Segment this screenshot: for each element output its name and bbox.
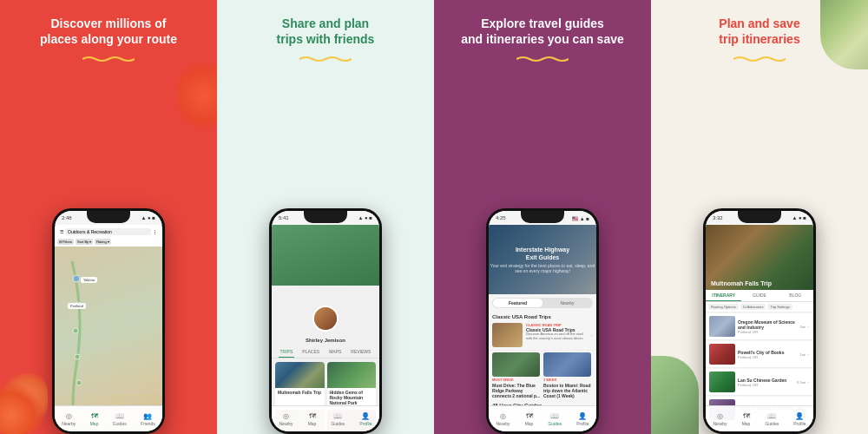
- nav-nearby[interactable]: ◎ Nearby: [62, 412, 76, 426]
- sort-btn[interactable]: Sort By ▾: [76, 239, 93, 245]
- phone-1-container: 2:48 ▲ ● ■ ☰ Outdoors & Recreation ⋮ ⊟ F…: [0, 66, 217, 434]
- nav-friends[interactable]: 👥 Friends: [141, 412, 155, 426]
- phone-3-container: 4:25 🇺🇸 ▲ ■ Interstate Highway Exit Guid…: [434, 66, 651, 434]
- nearby-icon-3: ◎: [500, 412, 506, 420]
- panel-4-top-deco-shape: [820, 0, 868, 69]
- nav2-profile[interactable]: 👤 Profile: [359, 412, 372, 426]
- toggle-nearby[interactable]: Nearby: [542, 299, 592, 307]
- collaborators-btn[interactable]: Collaborators: [740, 304, 766, 310]
- panel-plan: Plan and save trip itineraries 3:32 ▲ ● …: [651, 0, 868, 434]
- phone-2-notch: [304, 211, 347, 223]
- nav3-nearby[interactable]: ◎ Nearby: [496, 412, 510, 426]
- panel-explore: Explore travel guides and itineraries yo…: [434, 0, 651, 434]
- phone-4-container: 3:32 ▲ ● ■ Multnomah Falls Trip ITINERAR…: [651, 66, 868, 434]
- guide-section-1-title: Classic USA Road Trips: [489, 312, 596, 320]
- toggle-featured[interactable]: Featured: [493, 299, 542, 307]
- itinerary-item-2-img: [709, 372, 735, 392]
- routing-options-btn[interactable]: Routing Options: [708, 304, 739, 310]
- guide-item-2[interactable]: 1 WEEK Boston to Miami: Road trip down t…: [543, 352, 593, 398]
- trip-settings-btn[interactable]: Trip Settings: [767, 304, 792, 310]
- nav4-guides[interactable]: 📖 Guides: [765, 412, 779, 426]
- panel-discover: Discover millions of places along your r…: [0, 0, 217, 434]
- nav-map[interactable]: 🗺 Map: [90, 412, 99, 426]
- nav-friends-label: Friends: [141, 421, 155, 426]
- guide-item-2-img: [543, 352, 591, 377]
- panel-4-top-deco: [820, 0, 868, 69]
- trip-card-1-label: Hidden Gems of Rocky Mountain National P…: [327, 388, 377, 407]
- itinerary-hero-overlay: Multnomah Falls Trip: [706, 225, 813, 290]
- guides-hero-sub: Your exit strategy for the best places t…: [489, 263, 596, 273]
- tab-maps[interactable]: MAPS: [327, 346, 343, 358]
- phone-4-time: 3:32: [713, 215, 723, 220]
- tab-itinerary[interactable]: ITINERARY: [706, 290, 741, 301]
- panel-1-title: Discover millions of places along your r…: [40, 16, 177, 47]
- itinerary-item-0[interactable]: Oregon Museum of Science and Industry Po…: [706, 313, 813, 340]
- tab-blog[interactable]: BLOG: [778, 290, 813, 301]
- nav2-guides[interactable]: 📖 Guides: [331, 412, 345, 426]
- panel-3-title: Explore travel guides and itineraries yo…: [461, 16, 624, 47]
- phone-2-container: 5:41 ▲ ● ■ Shirley Jemison TRIPS: [217, 66, 434, 434]
- tab-guide[interactable]: GUIDE: [741, 290, 777, 301]
- phone-1-icons: ▲ ● ■: [141, 215, 155, 220]
- guide-item-2-title: Boston to Miami: Road trip down the Atla…: [543, 383, 593, 398]
- tab-places[interactable]: PLACES: [300, 346, 321, 358]
- itinerary-screen: Multnomah Falls Trip ITINERARY GUIDE BLO…: [706, 225, 813, 431]
- rating-btn[interactable]: Rating ▾: [95, 239, 111, 245]
- guides-hero-overlay: Interstate Highway Exit Guides Your exit…: [489, 225, 596, 294]
- itinerary-item-1[interactable]: Powell's City of Books Portland, OR 1mi …: [706, 341, 813, 368]
- itinerary-item-2[interactable]: Lan Su Chinese Garden Portland, OR 0.5mi…: [706, 369, 813, 396]
- guide-item-2-content: 1 WEEK Boston to Miami: Road trip down t…: [543, 352, 593, 398]
- nav4-map[interactable]: 🗺 Map: [742, 412, 751, 426]
- itinerary-hero: Multnomah Falls Trip: [706, 225, 813, 290]
- nav4-profile[interactable]: 👤 Profile: [793, 412, 806, 426]
- guides-screen: Interstate Highway Exit Guides Your exit…: [489, 225, 596, 431]
- nav2-nearby[interactable]: ◎ Nearby: [279, 412, 293, 426]
- map-filter-bar: ⊟ Filters Sort By ▾ Rating ▾: [55, 239, 162, 245]
- chevron-right-icon-0: ›: [590, 332, 593, 339]
- nav2-map[interactable]: 🗺 Map: [308, 412, 317, 426]
- phone-3-nav: ◎ Nearby 🗺 Map 📖 Guides 👤 Profile: [489, 405, 596, 431]
- profile-bg: [272, 225, 379, 286]
- nav-guides[interactable]: 📖 Guides: [113, 412, 127, 426]
- phone-1-time: 2:48: [62, 215, 72, 220]
- nav3-map[interactable]: 🗺 Map: [525, 412, 534, 426]
- nav4-nearby[interactable]: ◎ Nearby: [713, 412, 727, 426]
- phone-4: 3:32 ▲ ● ■ Multnomah Falls Trip ITINERAR…: [703, 208, 816, 434]
- nav2-map-label: Map: [308, 421, 317, 426]
- tab-trips[interactable]: TRIPS: [279, 346, 295, 358]
- guide-item-0[interactable]: CLASSIC ROAD TRIP Classic USA Road Trips…: [489, 320, 596, 351]
- itinerary-item-0-img: [709, 316, 735, 337]
- itinerary-hero-title: Multnomah Falls Trip: [711, 280, 808, 286]
- map-toolbar: ☰ Outdoors & Recreation ⋮: [57, 227, 160, 237]
- phone-1: 2:48 ▲ ● ■ ☰ Outdoors & Recreation ⋮ ⊟ F…: [52, 208, 165, 434]
- panel-2-title: Share and plan trips with friends: [277, 16, 375, 47]
- itinerary-item-2-loc: Portland, OR: [738, 383, 794, 387]
- panel-2-header: Share and plan trips with friends: [268, 0, 384, 66]
- panel-1-squiggle: [82, 50, 135, 57]
- guides-icon-3: 📖: [550, 412, 559, 420]
- guide-item-1[interactable]: MUST DRIVE Must Drive: The Blue Ridge Pa…: [492, 352, 542, 398]
- profile-icon-2: 👤: [361, 412, 370, 420]
- trip-card-0[interactable]: Multnomah Falls Trip: [275, 362, 325, 407]
- nav-map-label: Map: [90, 421, 99, 426]
- itinerary-item-0-name: Oregon Museum of Science and Industry: [738, 319, 797, 330]
- nav4-nearby-label: Nearby: [713, 421, 727, 426]
- more-icon: ⋮: [153, 229, 157, 234]
- nearby-icon-2: ◎: [283, 412, 289, 420]
- phone-1-nav: ◎ Nearby 🗺 Map 📖 Guides 👥 Friends: [55, 405, 162, 431]
- nav3-profile-label: Profile: [576, 421, 589, 426]
- panel-1-header: Discover millions of places along your r…: [31, 0, 186, 66]
- itinerary-item-1-info: Powell's City of Books Portland, OR: [738, 350, 797, 359]
- map-label-1: Yakima: [81, 277, 97, 283]
- nav3-guides[interactable]: 📖 Guides: [548, 412, 562, 426]
- nav2-nearby-label: Nearby: [279, 421, 293, 426]
- profile-icon-3: 👤: [578, 412, 587, 420]
- trip-card-1-img: [327, 362, 377, 388]
- tab-reviews[interactable]: REVIEWS: [349, 346, 372, 358]
- nav3-nearby-label: Nearby: [496, 421, 510, 426]
- filter-btn[interactable]: ⊟ Filters: [57, 239, 74, 245]
- profile-section: Shirley Jemison: [272, 286, 379, 319]
- nav3-profile[interactable]: 👤 Profile: [576, 412, 589, 426]
- trip-card-1[interactable]: Hidden Gems of Rocky Mountain National P…: [327, 362, 377, 407]
- nearby-icon: ◎: [66, 412, 72, 420]
